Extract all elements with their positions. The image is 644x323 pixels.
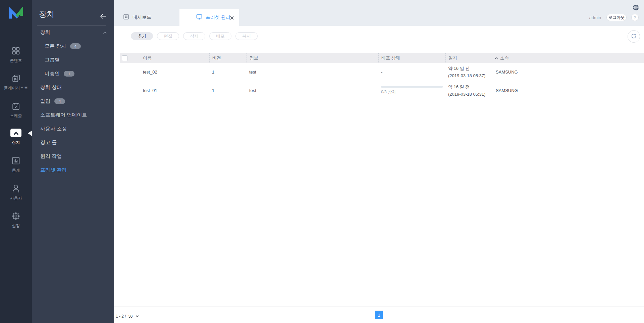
- organization: SAMSUNG: [493, 88, 644, 93]
- chevron-down-icon: [136, 315, 139, 317]
- rail-item-schedule[interactable]: 스케줄: [0, 102, 32, 119]
- deploy-status: 0/3 장치: [378, 86, 445, 95]
- active-section-pointer: [28, 131, 32, 136]
- globe-icon[interactable]: [633, 4, 639, 11]
- column-header-info[interactable]: 정보: [247, 53, 378, 63]
- rail-item-label: 장치: [12, 140, 20, 145]
- preset-version: 1: [209, 88, 247, 93]
- deploy-progress-bar: [381, 86, 443, 88]
- rail-item-playlist[interactable]: 플레이리스트: [0, 74, 32, 91]
- delete-button[interactable]: 삭제: [183, 32, 205, 40]
- sidebar-item-preset-management[interactable]: 프리셋 관리: [32, 163, 114, 177]
- date-cell: 약 16 일 전 (2019-03-18 05:37): [445, 65, 493, 80]
- sidebar-item-unapproved[interactable]: 미승인 1: [32, 67, 114, 81]
- column-header-name[interactable]: 이름: [140, 55, 209, 61]
- tab-dashboard[interactable]: 대시보드: [123, 9, 158, 26]
- tab-label: 대시보드: [132, 14, 151, 20]
- count-badge: 1: [64, 71, 74, 77]
- rail-item-device[interactable]: 장치: [0, 129, 32, 145]
- close-icon[interactable]: [229, 15, 234, 20]
- page-size-value: 30: [128, 314, 132, 318]
- sidebar-item-alerts[interactable]: 알림 4: [32, 94, 114, 108]
- tab-label: 프리셋 관리: [206, 14, 230, 20]
- table-header-row: 이름 버전 정보 배포 상태 일자 소속: [120, 53, 644, 63]
- organization: SAMSUNG: [493, 70, 644, 75]
- date-absolute: (2019-03-18 05:37): [448, 72, 485, 80]
- column-header-org[interactable]: 소속: [493, 55, 644, 61]
- copy-button[interactable]: 복사: [235, 32, 258, 40]
- sidebar-item-device-status[interactable]: 장치 상태: [32, 81, 114, 94]
- page-size-select[interactable]: 30: [127, 313, 140, 319]
- rail-item-settings[interactable]: 설정: [0, 212, 32, 229]
- column-header-deploy-status[interactable]: 배포 상태: [378, 53, 445, 63]
- refresh-icon: [631, 33, 637, 40]
- refresh-button[interactable]: [628, 30, 640, 43]
- preset-management-content: 추가 편집 삭제 배포 복사: [114, 26, 644, 323]
- chevron-up-icon[interactable]: [103, 32, 107, 34]
- edit-button[interactable]: 편집: [157, 32, 179, 40]
- rail-item-label: 플레이리스트: [4, 85, 28, 91]
- sort-ascending-icon: [495, 57, 498, 59]
- settings-gear-icon: [11, 212, 20, 221]
- rail-item-label: 스케줄: [10, 113, 22, 119]
- sidebar-section-device[interactable]: 장치: [32, 26, 114, 39]
- rail-item-contents[interactable]: 콘텐츠: [0, 46, 32, 63]
- deploy-status: -: [378, 70, 445, 75]
- preset-monitor-icon: [196, 14, 202, 21]
- grid-icon: [12, 46, 20, 55]
- pagination-bar: 1 - 2 / 2 30 1: [114, 307, 644, 323]
- table-row[interactable]: test_02 1 test - 약 16 일 전 (2019-03-18 05…: [120, 63, 644, 81]
- playlist-icon: [12, 74, 20, 83]
- sidebar-title: 장치: [39, 9, 107, 19]
- deploy-status-label: 0/3 장치: [381, 89, 396, 95]
- sidebar-item-label: 장치 상태: [40, 84, 62, 91]
- sidebar-item-all-devices[interactable]: 모든 장치 4: [32, 39, 114, 53]
- sidebar-item-remote-jobs[interactable]: 원격 작업: [32, 149, 114, 163]
- preset-name[interactable]: test_01: [140, 88, 209, 93]
- sidebar-item-label: 알림: [40, 98, 50, 104]
- tab-preset-management[interactable]: 프리셋 관리: [179, 9, 239, 26]
- deploy-button[interactable]: 배포: [209, 32, 231, 40]
- sidebar-item-label: 원격 작업: [40, 153, 62, 159]
- sidebar-item-label: 소프트웨어 업데이트: [40, 112, 87, 118]
- sidebar-item-software-update[interactable]: 소프트웨어 업데이트: [32, 108, 114, 122]
- tab-bar: 대시보드 프리셋 관리: [114, 0, 644, 26]
- rail-item-statistics[interactable]: 통계: [0, 156, 32, 173]
- logged-in-username: admin: [589, 15, 601, 20]
- table-row[interactable]: test_01 1 test 0/3 장치 약 16 일 전 (2019-03-…: [120, 81, 644, 100]
- select-all-checkbox[interactable]: [122, 55, 127, 61]
- rail-item-users[interactable]: 사용자: [0, 184, 32, 201]
- preset-info: test: [247, 88, 378, 93]
- preset-name[interactable]: test_02: [140, 70, 209, 75]
- sidebar-item-label: 프리셋 관리: [40, 167, 67, 173]
- icon-rail: 콘텐츠 플레이리스트 스케줄: [0, 0, 32, 323]
- sidebar-item-alert-rules[interactable]: 경고 룰: [32, 136, 114, 149]
- dashboard-icon: [123, 14, 129, 21]
- count-badge: 4: [54, 98, 65, 104]
- date-relative: 약 16 일 전: [448, 65, 470, 72]
- device-monitor-icon: [10, 129, 21, 137]
- statistics-chart-icon: [12, 156, 20, 165]
- rail-item-label: 통계: [12, 168, 20, 173]
- preset-info: test: [247, 70, 378, 75]
- help-button[interactable]: ?: [631, 14, 639, 21]
- add-button[interactable]: 추가: [131, 32, 153, 40]
- date-relative: 약 16 일 전: [448, 83, 470, 91]
- sidebar-item-label: 모든 장치: [45, 43, 66, 49]
- preset-version: 1: [209, 70, 247, 75]
- sidebar-item-label: 미승인: [45, 71, 60, 77]
- sidebar-item-label: 사용자 조정: [40, 126, 67, 132]
- magicinfo-logo-icon[interactable]: [7, 6, 24, 19]
- column-header-version[interactable]: 버전: [209, 53, 247, 63]
- collapse-sidebar-button[interactable]: [100, 13, 107, 19]
- date-cell: 약 16 일 전 (2019-03-18 05:31): [445, 83, 493, 98]
- rail-item-label: 사용자: [10, 195, 22, 201]
- sidebar-item-user-adjustment[interactable]: 사용자 조정: [32, 122, 114, 136]
- sidebar-menu: 장치 모든 장치 4 그룹별 미승인 1 장치 상태: [32, 26, 114, 177]
- page-number-button[interactable]: 1: [375, 311, 383, 319]
- schedule-calendar-icon: [12, 102, 20, 111]
- logout-button[interactable]: 로그아웃: [606, 14, 627, 21]
- column-header-date[interactable]: 일자: [445, 53, 493, 63]
- sidebar-item-by-group[interactable]: 그룹별: [32, 53, 114, 67]
- sidebar-item-label: 그룹별: [45, 57, 60, 63]
